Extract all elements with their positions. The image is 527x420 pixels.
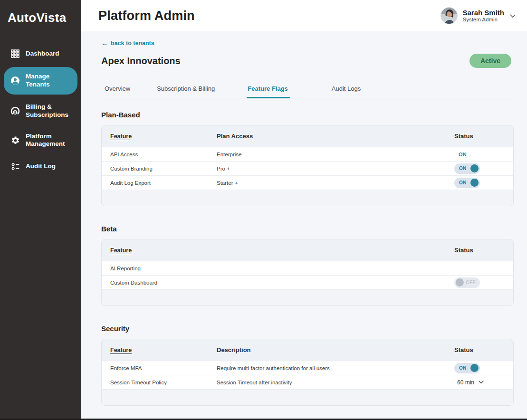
sidebar-item-manage-tenants[interactable]: Manage Tenants <box>4 67 77 95</box>
svg-text:$: $ <box>14 110 17 115</box>
toggle-knob-icon <box>470 364 479 372</box>
brand-logo: AutoVista <box>0 0 81 30</box>
toggle-knob-icon <box>456 278 464 286</box>
feature-status-cell: ON <box>454 152 505 157</box>
toggle-knob-icon <box>470 179 479 187</box>
feature-status-cell: ON <box>454 178 505 188</box>
feature-toggle-off[interactable]: OFF <box>454 277 480 288</box>
toggle-knob-icon <box>470 164 479 172</box>
tenant-title-row: Apex Innovations Active <box>101 54 514 68</box>
sidebar-item-platform-management[interactable]: Platform Management <box>4 128 77 153</box>
feature-middle-value: Session Timeout after inactivity <box>217 380 454 385</box>
timeout-select[interactable]: 60 min <box>454 379 484 386</box>
toggle-state-label: ON <box>456 365 467 371</box>
feature-toggle-on[interactable]: ON <box>454 178 480 188</box>
status-badge: Active <box>470 54 511 68</box>
grid-icon <box>10 49 20 58</box>
feature-name: API Access <box>110 152 217 157</box>
sidebar-item-audit-log[interactable]: Audit Log <box>4 157 77 176</box>
status-on-text: ON <box>454 152 467 157</box>
timeout-selected-value: 60 min <box>457 379 474 386</box>
table-row: AI Reporting <box>102 261 513 275</box>
table-row: API Access Enterprise ON <box>102 147 513 161</box>
sidebar: AutoVista Dashboard Manage Tenants $ Bil… <box>0 0 81 420</box>
user-photo-avatar <box>441 7 458 24</box>
feature-name: Session Timeout Policy <box>110 380 217 385</box>
feature-middle-value: Require multi-factor authentication for … <box>217 365 454 371</box>
feature-table: Feature Plan Access Status API Access En… <box>101 125 514 206</box>
section-title: Security <box>101 325 514 333</box>
person-circle-icon <box>10 76 20 86</box>
section-title: Beta <box>101 225 514 233</box>
table-header-row: Feature Plan Access Status <box>102 125 513 147</box>
checklist-icon <box>10 162 20 171</box>
tab-subscription-billing[interactable]: Subscription & Billing <box>157 85 215 98</box>
feature-middle-value: Enterprise <box>217 152 454 157</box>
chevron-down-icon <box>510 11 516 20</box>
table-footer <box>102 389 513 405</box>
feature-name: Custom Branding <box>110 166 217 172</box>
feature-status-cell: ON <box>454 163 505 174</box>
table-footer <box>102 289 513 305</box>
column-header-middle: Plan Access <box>217 133 454 140</box>
top-header: Platform Admin Sarah Smith System Admin <box>81 0 527 31</box>
feature-name: Enforce MFA <box>110 365 217 371</box>
sidebar-nav: Dashboard Manage Tenants $ Billing & Sub… <box>0 42 81 178</box>
table-row: Session Timeout Policy Session Timeout a… <box>102 375 513 389</box>
table-header-row: Feature Status <box>102 239 513 261</box>
feature-middle-value: Pro + <box>217 166 454 172</box>
table-row: Enforce MFA Require multi-factor authent… <box>102 361 513 375</box>
page-title: Platform Admin <box>98 9 195 23</box>
table-row: Audit Log Export Starter + ON <box>102 175 513 190</box>
column-header-middle: Description <box>217 346 454 353</box>
column-header-feature[interactable]: Feature <box>110 247 454 254</box>
sidebar-item-billing-subscriptions[interactable]: $ Billing & Subscriptions <box>4 98 77 124</box>
chevron-down-icon <box>479 381 484 384</box>
tab-audit-logs[interactable]: Audit Logs <box>332 85 361 98</box>
feature-name: Custom Dashboard <box>110 280 454 286</box>
user-name: Sarah Smith <box>462 9 504 17</box>
column-header-feature[interactable]: Feature <box>110 133 217 140</box>
toggle-state-label: ON <box>456 180 467 185</box>
tab-feature-flags[interactable]: Feature Flags <box>248 85 288 98</box>
feature-status-cell: ON <box>454 363 505 373</box>
column-header-status: Status <box>454 346 505 353</box>
feature-section: Security Feature Description Status Enfo… <box>101 325 514 406</box>
column-header-feature[interactable]: Feature <box>110 347 217 353</box>
feature-flag-sections: Plan-Based Feature Plan Access Status AP… <box>101 111 514 406</box>
tab-bar: OverviewSubscription & BillingFeature Fl… <box>101 85 514 98</box>
column-header-status: Status <box>454 133 505 140</box>
user-menu[interactable]: Sarah Smith System Admin <box>441 7 516 24</box>
back-to-tenants-link[interactable]: ← back to tenants <box>101 39 154 47</box>
feature-name: AI Reporting <box>110 266 454 271</box>
table-header-row: Feature Description Status <box>102 339 513 361</box>
sidebar-item-dashboard[interactable]: Dashboard <box>4 44 77 63</box>
arrow-left-icon: ← <box>101 39 108 47</box>
tenant-name: Apex Innovations <box>101 56 181 67</box>
billing-gauge-icon: $ <box>10 106 20 116</box>
feature-section: Beta Feature Status AI Reporting Custom … <box>101 225 514 306</box>
table-row: Custom Branding Pro + ON <box>102 161 513 175</box>
toggle-state-label: OFF <box>466 280 479 285</box>
section-title: Plan-Based <box>101 111 514 119</box>
main-content: ← back to tenants Apex Innovations Activ… <box>81 31 527 420</box>
feature-table: Feature Status AI Reporting Custom Dashb… <box>101 239 514 306</box>
table-footer <box>102 190 513 206</box>
feature-toggle-on[interactable]: ON <box>454 163 480 174</box>
feature-name: Audit Log Export <box>110 180 217 186</box>
gear-icon <box>10 135 20 145</box>
feature-toggle-on[interactable]: ON <box>454 363 480 373</box>
table-row: Custom Dashboard OFF <box>102 275 513 289</box>
feature-table: Feature Description Status Enforce MFA R… <box>101 339 514 406</box>
toggle-state-label: ON <box>456 166 467 171</box>
user-role: System Admin <box>462 17 504 23</box>
tab-overview[interactable]: Overview <box>105 85 130 98</box>
feature-middle-value: Starter + <box>217 180 454 186</box>
feature-status-cell: OFF <box>454 277 505 288</box>
column-header-status: Status <box>454 247 505 254</box>
feature-section: Plan-Based Feature Plan Access Status AP… <box>101 111 514 206</box>
feature-status-cell: 60 min <box>454 379 505 386</box>
